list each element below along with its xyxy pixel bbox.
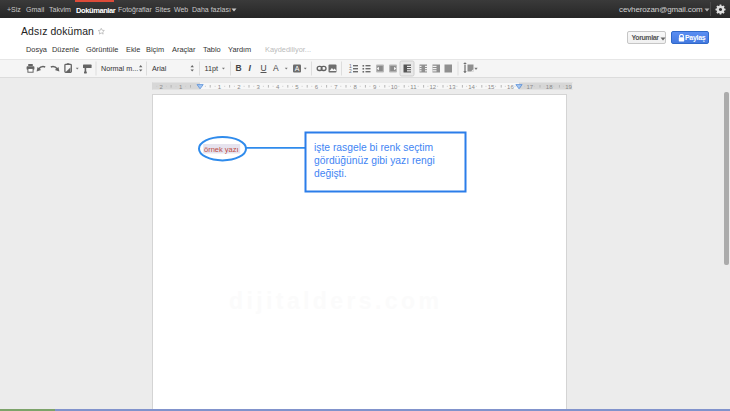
svg-text:9: 9 bbox=[373, 84, 377, 90]
svg-text:örnek yazı: örnek yazı bbox=[204, 145, 239, 154]
svg-text:7: 7 bbox=[334, 84, 338, 90]
svg-text:B: B bbox=[236, 63, 242, 73]
svg-text:A: A bbox=[295, 65, 300, 72]
svg-text:6: 6 bbox=[315, 84, 319, 90]
svg-text:1: 1 bbox=[218, 84, 222, 90]
svg-text:4: 4 bbox=[276, 84, 280, 90]
svg-text:Arial: Arial bbox=[152, 64, 167, 73]
svg-text:A: A bbox=[273, 63, 279, 73]
svg-text:19: 19 bbox=[565, 84, 572, 90]
svg-text:11pt: 11pt bbox=[205, 64, 218, 73]
svg-text:16: 16 bbox=[507, 84, 514, 90]
svg-text:12: 12 bbox=[429, 84, 436, 90]
svg-text:2: 2 bbox=[237, 84, 241, 90]
svg-text:1: 1 bbox=[179, 84, 183, 90]
svg-text:değişti.: değişti. bbox=[314, 168, 347, 179]
svg-text:18: 18 bbox=[546, 84, 553, 90]
svg-text:2: 2 bbox=[160, 84, 164, 90]
svg-text:13: 13 bbox=[449, 84, 456, 90]
svg-text:2: 2 bbox=[349, 68, 352, 74]
svg-text:11: 11 bbox=[410, 84, 417, 90]
svg-text:5: 5 bbox=[295, 84, 299, 90]
svg-text:10: 10 bbox=[391, 84, 398, 90]
svg-text:Normal m...: Normal m... bbox=[101, 64, 138, 73]
svg-text:3: 3 bbox=[257, 84, 261, 90]
svg-text:I: I bbox=[249, 63, 252, 73]
svg-text:işte rasgele bi renk seçtim: işte rasgele bi renk seçtim bbox=[314, 142, 433, 153]
svg-text:15: 15 bbox=[488, 84, 495, 90]
svg-text:U: U bbox=[261, 63, 267, 73]
svg-text:8: 8 bbox=[354, 84, 358, 90]
svg-text:gördüğünüz gibi yazı rengi: gördüğünüz gibi yazı rengi bbox=[314, 155, 435, 166]
svg-text:17: 17 bbox=[526, 84, 533, 90]
svg-text:14: 14 bbox=[468, 84, 475, 90]
